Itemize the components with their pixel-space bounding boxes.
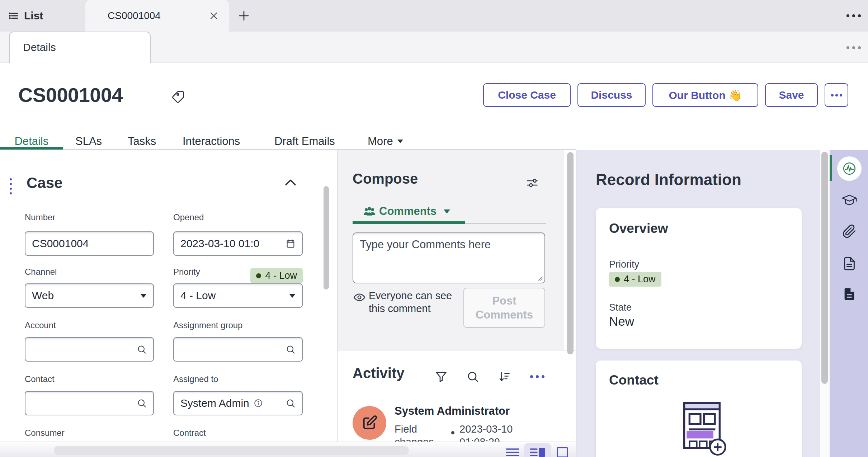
- app-window: List CS0001004 Details CS0001004: [0, 0, 868, 457]
- ellipsis-icon: [831, 94, 842, 96]
- opened-field[interactable]: 2023-03-10 01:0: [173, 231, 303, 256]
- priority-select[interactable]: 4 - Low: [173, 283, 303, 308]
- tab-draft-emails[interactable]: Draft Emails: [274, 135, 335, 148]
- compose-settings-icon[interactable]: [526, 176, 539, 189]
- chevron-down-icon: [397, 140, 403, 143]
- stream-scrollbar[interactable]: [567, 152, 574, 354]
- chevron-down-icon: [444, 209, 450, 213]
- post-comments-button[interactable]: Post Comments: [463, 288, 545, 328]
- contact-card-title: Contact: [609, 373, 659, 388]
- contact-label: Contact: [25, 374, 55, 384]
- priority-label: Priority: [173, 267, 200, 277]
- list-view-icon[interactable]: [506, 448, 519, 457]
- search-icon[interactable]: [286, 398, 296, 408]
- card-view-icon[interactable]: [557, 447, 568, 457]
- compose-tab-divider: [465, 223, 546, 223]
- sort-icon[interactable]: [498, 370, 511, 383]
- rail-item-activity[interactable]: [837, 156, 862, 181]
- section-drag-handle[interactable]: [10, 178, 12, 194]
- active-tab-underline: [0, 147, 63, 150]
- comment-input[interactable]: [353, 232, 545, 283]
- bullet-icon: [451, 431, 454, 434]
- tab-details[interactable]: Details: [0, 135, 63, 148]
- rail-item-notes document-icon[interactable]: [842, 256, 857, 272]
- overview-state-label: State: [609, 302, 632, 313]
- chevron-down-icon: [140, 294, 147, 298]
- more-actions-button[interactable]: [825, 83, 848, 107]
- channel-select[interactable]: Web: [25, 283, 154, 308]
- search-icon[interactable]: [286, 344, 296, 354]
- rail-item-attachments paperclip-icon[interactable]: [842, 223, 857, 239]
- overview-priority-label: Priority: [609, 259, 639, 270]
- building-illustration-icon[interactable]: [675, 399, 732, 457]
- comments-tab[interactable]: Comments: [363, 204, 450, 218]
- filter-icon[interactable]: [435, 370, 448, 383]
- close-case-button[interactable]: Close Case: [483, 83, 571, 107]
- channel-label: Channel: [25, 267, 57, 277]
- header-actions: Close Case Discuss Our Button 👋 Save: [483, 83, 848, 107]
- list-icon: [8, 10, 19, 22]
- record-info-scrollbar[interactable]: [821, 152, 828, 384]
- section-title: Case: [27, 174, 62, 192]
- tabs-divider: [0, 149, 576, 150]
- list-label: List: [24, 10, 43, 22]
- tab-tasks[interactable]: Tasks: [128, 135, 156, 148]
- search-icon[interactable]: [137, 398, 147, 408]
- visibility-note: Everyone can see this comment: [369, 289, 458, 315]
- compose-title: Compose: [353, 171, 418, 187]
- record-information-panel: Record Information Overview Priority 4 -…: [576, 150, 820, 457]
- form-scrollbar[interactable]: [324, 186, 329, 289]
- overview-card: Overview Priority 4 - Low State New: [596, 208, 802, 349]
- search-icon[interactable]: [137, 344, 147, 354]
- close-tab-icon[interactable]: [208, 10, 220, 22]
- assignment-group-field[interactable]: [173, 337, 303, 362]
- tag-icon[interactable]: [171, 90, 185, 104]
- overview-priority-badge: 4 - Low: [609, 272, 661, 287]
- tab-interactions[interactable]: Interactions: [183, 135, 240, 148]
- assigned-to-field[interactable]: System Admin: [173, 391, 303, 415]
- overview-title: Overview: [609, 221, 668, 236]
- calendar-icon[interactable]: [286, 239, 296, 249]
- activity-title: Activity: [353, 365, 405, 381]
- our-button[interactable]: Our Button 👋: [652, 83, 758, 107]
- consumer-label: Consumer: [25, 428, 65, 438]
- record-information-title: Record Information: [596, 171, 741, 189]
- chevron-down-icon: [289, 294, 296, 298]
- rail-item-docs document-filled-icon[interactable]: [842, 286, 857, 302]
- collapse-section-icon[interactable]: [284, 178, 297, 186]
- page-title: CS0001004: [18, 83, 123, 107]
- opened-label: Opened: [173, 212, 204, 222]
- info-icon[interactable]: [254, 399, 263, 408]
- assignment-group-label: Assignment group: [173, 320, 242, 330]
- contact-field[interactable]: [25, 391, 154, 415]
- activity-overflow-menu[interactable]: [530, 375, 544, 378]
- save-button[interactable]: Save: [765, 83, 818, 107]
- account-field[interactable]: [25, 337, 154, 362]
- record-tab-title: CS0001004: [108, 0, 161, 32]
- people-icon: [363, 204, 376, 218]
- activity-user: System Administrator: [395, 405, 510, 418]
- overview-state-value: New: [609, 314, 634, 329]
- pulse-icon: [842, 161, 857, 176]
- tab-more[interactable]: More: [368, 135, 403, 148]
- new-tab-icon[interactable]: [237, 9, 250, 22]
- window-overflow-menu[interactable]: [846, 14, 861, 17]
- account-label: Account: [25, 320, 56, 330]
- number-field[interactable]: CS0001004: [25, 231, 154, 256]
- rail-item-learning graduation-cap-icon[interactable]: [841, 192, 857, 208]
- list-menu-button[interactable]: List: [8, 0, 43, 32]
- side-icon-rail: [830, 150, 868, 457]
- page-tab-details[interactable]: Details: [9, 32, 151, 63]
- discuss-button[interactable]: Discuss: [577, 83, 646, 107]
- search-icon[interactable]: [466, 370, 479, 383]
- contact-card: Contact: [596, 361, 802, 457]
- comments-tab-underline: [353, 221, 465, 224]
- compose-activity-divider: [338, 350, 576, 350]
- record-tab[interactable]: CS0001004: [85, 0, 229, 32]
- tab-slas[interactable]: SLAs: [75, 135, 102, 148]
- split-view-icon[interactable]: [530, 447, 546, 457]
- horizontal-scrollbar[interactable]: [54, 446, 409, 455]
- contract-label: Contract: [173, 428, 206, 438]
- active-rail-indicator: [830, 155, 832, 181]
- page-overflow-menu[interactable]: [846, 46, 861, 49]
